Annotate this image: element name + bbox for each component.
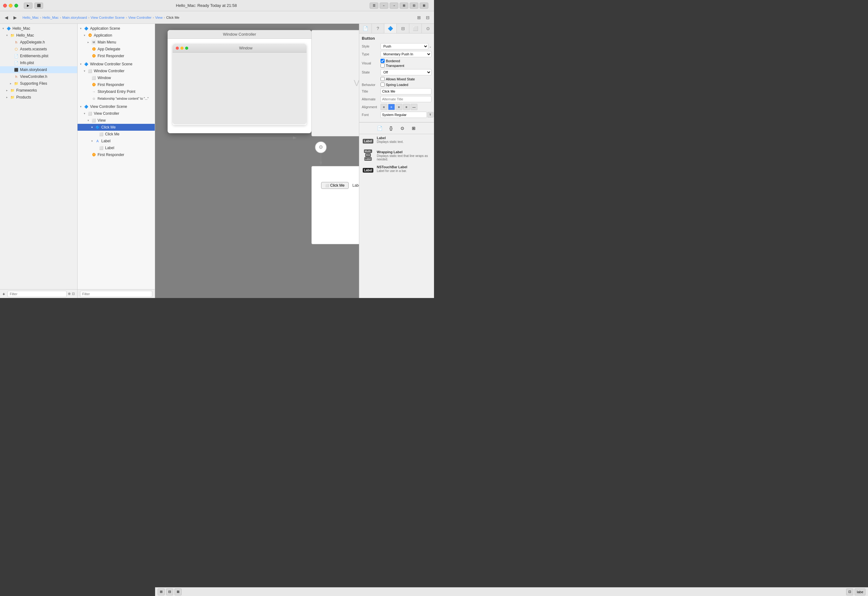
scene-first-responder-app[interactable]: 🅡 First Responder xyxy=(78,53,155,59)
h-file-icon: h xyxy=(14,74,19,79)
align-left-btn[interactable]: ≡ xyxy=(381,104,387,110)
rp-tab-quick-help[interactable]: ? xyxy=(372,24,384,33)
fullscreen-button[interactable] xyxy=(15,4,18,7)
align-right-btn[interactable]: ≡ xyxy=(396,104,402,110)
align-center-btn[interactable]: ≡ xyxy=(388,104,395,110)
scene-entry-point[interactable]: → Storyboard Entry Point xyxy=(78,88,155,95)
type-select[interactable]: Momentary Push In xyxy=(381,51,431,57)
scene-view-controller[interactable]: ⬜ View Controller xyxy=(78,110,155,117)
click-me-button[interactable]: ⬜ Click Me xyxy=(321,182,348,189)
align-natural-btn[interactable]: — xyxy=(410,104,418,110)
filter-recent-icon[interactable]: ⊡ xyxy=(72,292,75,296)
storyboard-icon: ⬛ xyxy=(14,67,19,72)
wc-title: Window Controller xyxy=(223,32,256,37)
bc-vc[interactable]: View Controller xyxy=(128,16,151,19)
bc-view[interactable]: View xyxy=(155,16,162,19)
bc-hello-mac-1[interactable]: Hello_Mac xyxy=(22,16,39,19)
mixed-state-checkbox[interactable] xyxy=(381,77,385,81)
font-size-down-btn[interactable]: T xyxy=(427,112,433,118)
inspector-panel-icon[interactable]: ⊟ xyxy=(424,14,431,21)
lib-tab-file[interactable]: 📄 xyxy=(376,124,384,132)
transparent-checkbox[interactable] xyxy=(381,63,385,68)
alternate-input[interactable] xyxy=(381,96,431,102)
sidebar-item-main-storyboard[interactable]: ⬛ Main.storyboard xyxy=(0,66,77,73)
sidebar-toggle-icon[interactable]: ☰ xyxy=(370,3,378,9)
lib-tab-circle[interactable]: ⊙ xyxy=(399,124,406,132)
lib-wrapping-label-item: Multi- line Label Wrapping Label Display… xyxy=(359,148,434,163)
sidebar-item-viewcontroller-h[interactable]: h ViewController.h xyxy=(0,73,77,80)
lib-touchbar-icon: Label xyxy=(362,165,374,175)
alignment-buttons: ≡ ≡ ≡ ≡ — xyxy=(381,104,418,110)
scene-main-menu[interactable]: M Main Menu xyxy=(78,39,155,46)
scene-relationship[interactable]: ⊙ Relationship "window content" to "..." xyxy=(78,95,155,102)
state-select[interactable]: Off xyxy=(381,69,431,75)
sidebar-item-frameworks[interactable]: 📁 Frameworks xyxy=(0,87,77,94)
scene-footer xyxy=(78,289,155,298)
stop-button[interactable]: ⬛ xyxy=(34,3,43,9)
scene-click-me-btn[interactable]: 🔷 Click Me xyxy=(78,124,155,131)
minimize-button[interactable] xyxy=(9,4,12,7)
lib-tab-grid[interactable]: ⊞ xyxy=(410,124,418,132)
scene-first-responder-wc[interactable]: 🅡 First Responder xyxy=(78,81,155,88)
scene-view[interactable]: ⬜ View xyxy=(78,117,155,124)
lib-tab-bracket[interactable]: {} xyxy=(387,124,395,132)
scene-label-sub[interactable]: ⬜ Label xyxy=(78,145,155,151)
scene-vc-scene[interactable]: 🔷 View Controller Scene xyxy=(78,103,155,110)
sidebar-item-hello-mac-root[interactable]: 🔷 Hello_Mac xyxy=(0,25,77,32)
toolbar: ◀ ▶ Hello_Mac › Hello_Mac › Main.storybo… xyxy=(0,11,434,24)
style-select[interactable]: Push xyxy=(381,43,428,49)
spring-loaded-label: Spring Loaded xyxy=(386,83,408,87)
debug-icon[interactable]: ⊠ xyxy=(419,3,428,9)
bordered-checkbox[interactable] xyxy=(381,59,385,63)
bc-main-storyboard[interactable]: Main.storyboard xyxy=(62,16,87,19)
sidebar-filter-input[interactable] xyxy=(7,291,66,297)
scene-filter-input[interactable] xyxy=(80,291,152,297)
rp-tab-file[interactable]: 📄 xyxy=(359,24,372,33)
forward-icon[interactable]: → xyxy=(390,3,399,9)
editor-mode-icon[interactable]: ⊞ xyxy=(415,14,423,21)
rp-tab-size[interactable]: ⬜ xyxy=(409,24,422,33)
scene-click-me-sub[interactable]: ⬜ Click Me xyxy=(78,131,155,137)
bc-vc-scene[interactable]: View Controller Scene xyxy=(91,16,125,19)
scene-label-item[interactable]: A Label xyxy=(78,137,155,145)
rp-tab-identity[interactable]: 🔷 xyxy=(384,24,397,33)
back-icon[interactable]: ← xyxy=(379,3,388,9)
lib-label-title: Label xyxy=(377,136,404,140)
scene-application-scene[interactable]: 🔷 Application Scene xyxy=(78,25,155,32)
align-justify-btn[interactable]: ≡ xyxy=(403,104,410,110)
sidebar-item-appdelegate-h[interactable]: h AppDelegate.h xyxy=(0,39,77,46)
scene-first-responder-vc[interactable]: 🅡 First Responder xyxy=(78,151,155,158)
panel-toggle-icon[interactable]: ⊞ xyxy=(400,3,408,9)
nav-right-icon[interactable]: ▶ xyxy=(11,14,19,21)
font-size-up-btn[interactable]: T xyxy=(434,112,434,118)
add-file-icon[interactable]: + xyxy=(3,291,5,297)
sidebar-item-hello-mac-group[interactable]: 📁 Hello_Mac xyxy=(0,32,77,39)
filter-options-icon[interactable]: ⊕ xyxy=(68,292,71,296)
scene-app-delegate[interactable]: 🅓 App Delegate xyxy=(78,46,155,53)
sidebar-item-products[interactable]: 📁 Products xyxy=(0,94,77,101)
scene-wc-scene[interactable]: 🔷 Window Controller Scene xyxy=(78,60,155,68)
canvas-area[interactable]: Window Controller Window xyxy=(155,24,359,298)
scene-window-controller[interactable]: ⬜ Window Controller xyxy=(78,68,155,74)
inspector-icon[interactable]: ⊟ xyxy=(410,3,418,9)
folder-icon: 📁 xyxy=(14,81,19,86)
spring-loaded-checkbox[interactable] xyxy=(381,83,385,87)
title-input[interactable] xyxy=(381,88,431,94)
sidebar-item-info-plist[interactable]: 📄 Info.plist xyxy=(0,59,77,66)
rp-tab-attributes[interactable]: ⊟ xyxy=(397,24,409,33)
font-input[interactable] xyxy=(381,112,427,118)
scene-label: Window xyxy=(97,76,111,80)
play-button[interactable]: ▶ xyxy=(24,3,32,9)
scene-application[interactable]: 🅐 Application xyxy=(78,32,155,39)
responder-icon: 🅡 xyxy=(91,53,96,59)
nav-left-icon[interactable]: ◀ xyxy=(3,14,10,21)
visual-label: Visual xyxy=(362,61,381,65)
close-button[interactable] xyxy=(3,4,7,7)
sidebar-item-entitlements[interactable]: 📄 Entitlements.plist xyxy=(0,53,77,59)
sidebar-item-assets[interactable]: ⬡ Assets.xcassets xyxy=(0,46,77,53)
bc-hello-mac-2[interactable]: Hello_Mac xyxy=(43,16,59,19)
scene-window[interactable]: ⬜ Window xyxy=(78,74,155,81)
rp-tab-connections[interactable]: ⊙ xyxy=(422,24,434,33)
lib-touchbar-desc: Label for use in a bar. xyxy=(377,169,407,173)
sidebar-item-supporting-files[interactable]: 📁 Supporting Files xyxy=(0,80,77,87)
